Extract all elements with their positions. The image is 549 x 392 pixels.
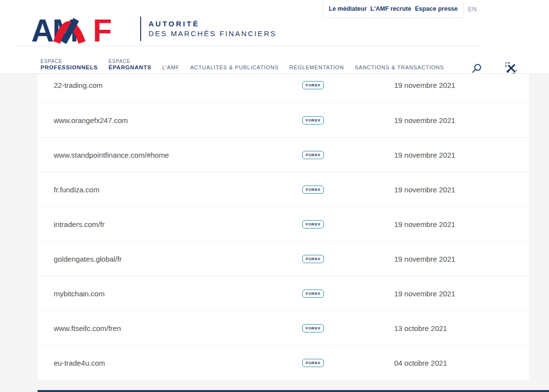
- main-nav-item-5[interactable]: SANCTIONS & TRANSACTIONS: [355, 64, 444, 71]
- svg-text:F: F: [93, 15, 112, 44]
- utility-link-mediateur[interactable]: Le médiateur: [329, 5, 367, 12]
- site-name: mybitchain.com: [38, 289, 302, 298]
- category-badge: FOREX: [302, 186, 324, 194]
- table-row: goldengates.global/fr FOREX 19 novembre …: [38, 241, 529, 276]
- utility-nav: Le médiateur L'AMF recrute Espace presse: [322, 0, 464, 18]
- table-row: fr.fundiza.com FOREX 19 novembre 2021: [38, 172, 529, 206]
- category-badge: FOREX: [302, 255, 324, 263]
- language-switch-en[interactable]: EN: [468, 5, 477, 13]
- search-icon[interactable]: [471, 63, 482, 74]
- logo-wordmark: AUTORITÉ DES MARCHÉS FINANCIERS: [148, 15, 276, 39]
- category-badge: FOREX: [302, 324, 324, 332]
- page: Le médiateur L'AMF recrute Espace presse…: [0, 0, 549, 392]
- table-row: 22-trading.com FOREX 19 novembre 2021: [38, 73, 529, 103]
- main-nav: ESPACE PROFESSIONNELS ESPACE ÉPARGNANTS …: [41, 51, 517, 73]
- listing-date: 19 novembre 2021: [394, 81, 529, 89]
- header-divider: [15, 46, 481, 46]
- main-nav-item-label: ACTUALITÉS & PUBLICATIONS: [190, 64, 278, 70]
- category-badge: FOREX: [302, 81, 324, 89]
- listing-date: 19 novembre 2021: [394, 186, 529, 194]
- amf-logo[interactable]: AM F AUTORITÉ DES MARCHÉS FINANCIERS: [31, 15, 276, 44]
- site-header: Le médiateur L'AMF recrute Espace presse…: [0, 0, 549, 74]
- main-nav-item-2[interactable]: L'AMF: [162, 64, 179, 71]
- utility-link-espace-presse[interactable]: Espace presse: [415, 5, 458, 12]
- category-badge: FOREX: [302, 151, 324, 159]
- site-name: www.ftseifc.com/fren: [38, 324, 302, 332]
- listing-date: 19 novembre 2021: [394, 116, 529, 124]
- footer-top-edge: [38, 390, 549, 392]
- logo-tagline-line2: DES MARCHÉS FINANCIERS: [148, 29, 276, 39]
- category-badge: FOREX: [302, 359, 324, 367]
- listing-date: 13 octobre 2021: [394, 324, 529, 332]
- main-nav-item-label: RÉGLEMENTATION: [290, 64, 344, 70]
- main-nav-item-4[interactable]: RÉGLEMENTATION: [290, 64, 344, 71]
- main-nav-item-topline: ESPACE: [108, 58, 151, 64]
- amf-logo-mark: AM F: [31, 15, 131, 44]
- listing-date: 04 octobre 2021: [394, 359, 529, 367]
- main-nav-item-1[interactable]: ESPACE ÉPARGNANTS: [108, 58, 151, 71]
- listing-date: 19 novembre 2021: [394, 289, 529, 298]
- main-nav-item-3[interactable]: ACTUALITÉS & PUBLICATIONS: [190, 64, 278, 71]
- table-row: www.ftseifc.com/fren FOREX 13 octobre 20…: [38, 310, 529, 345]
- table-row: mybitchain.com FOREX 19 novembre 2021: [38, 276, 529, 310]
- table-row: www.standpointfinance.com/#home FOREX 19…: [38, 137, 529, 172]
- blacklist-table: 22-trading.com FOREX 19 novembre 2021 ww…: [38, 73, 529, 380]
- site-name: goldengates.global/fr: [38, 255, 302, 263]
- listing-date: 19 novembre 2021: [394, 220, 529, 228]
- category-badge: FOREX: [302, 220, 324, 228]
- main-nav-item-label: ÉPARGNANTS: [108, 64, 151, 70]
- main-nav-item-0[interactable]: ESPACE PROFESSIONNELS: [41, 58, 98, 71]
- site-name: www.standpointfinance.com/#home: [38, 151, 302, 159]
- tools-icon[interactable]: [506, 62, 517, 74]
- utility-link-amf-recrute[interactable]: L'AMF recrute: [370, 5, 411, 12]
- category-badge: FOREX: [302, 289, 324, 298]
- category-badge: FOREX: [302, 116, 324, 124]
- table-row: www.orangefx247.com FOREX 19 novembre 20…: [38, 103, 529, 137]
- logo-divider: [140, 17, 141, 41]
- main-nav-item-topline: ESPACE: [41, 58, 98, 64]
- site-name: www.orangefx247.com: [38, 116, 302, 124]
- site-name: fr.fundiza.com: [38, 186, 302, 194]
- main-nav-item-label: L'AMF: [162, 64, 179, 70]
- site-name: intraders.com/fr: [38, 220, 302, 228]
- listing-date: 19 novembre 2021: [394, 151, 529, 159]
- main-nav-item-label: PROFESSIONNELS: [41, 64, 98, 70]
- table-row: intraders.com/fr FOREX 19 novembre 2021: [38, 206, 529, 241]
- listing-date: 19 novembre 2021: [394, 255, 529, 263]
- site-name: 22-trading.com: [38, 81, 302, 89]
- site-name: eu-trade4u.com: [38, 359, 302, 367]
- table-row: eu-trade4u.com FOREX 04 octobre 2021: [38, 345, 529, 380]
- logo-tagline-line1: AUTORITÉ: [148, 19, 276, 29]
- main-nav-item-label: SANCTIONS & TRANSACTIONS: [355, 64, 444, 70]
